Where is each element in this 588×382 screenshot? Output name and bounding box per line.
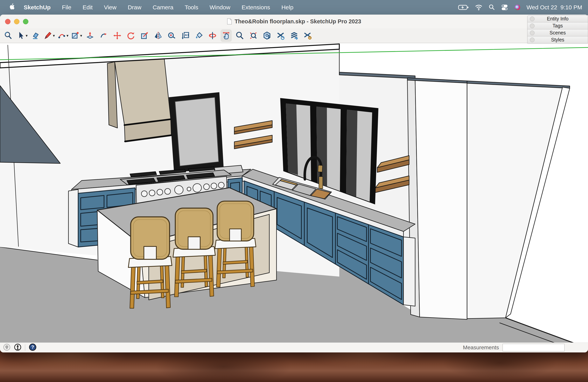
text-tool[interactable]	[180, 29, 191, 42]
status-bar: ? Measurements	[0, 342, 588, 352]
window-title: Theo&Robin floorplan.skp - SketchUp Pro …	[235, 18, 361, 25]
pantry-column	[407, 78, 467, 319]
pan-tool[interactable]	[221, 29, 232, 42]
rectangle-tool[interactable]: ▾	[71, 29, 82, 42]
sketchup-window: Theo&Robin floorplan.skp - SketchUp Pro …	[0, 15, 588, 352]
scale-tool[interactable]	[139, 29, 150, 42]
flip-tool[interactable]	[152, 29, 164, 42]
siri-icon[interactable]	[514, 4, 521, 11]
menu-item-camera[interactable]: Camera	[148, 4, 178, 11]
panel-styles[interactable]: Styles	[527, 36, 588, 43]
follow-me-tool[interactable]	[98, 29, 109, 42]
extension-a-icon	[262, 31, 272, 40]
battery-charging-icon[interactable]	[458, 4, 469, 10]
panel-tray: Entity Info Tags Scenes Styles	[527, 15, 588, 43]
dropdown-caret-icon[interactable]: ▾	[66, 33, 68, 38]
document-icon	[227, 18, 232, 25]
extension-d-icon	[303, 31, 312, 40]
extension-d-tool[interactable]	[302, 29, 314, 42]
measurements-label: Measurements	[463, 344, 499, 351]
paint-bucket-tool[interactable]	[193, 29, 205, 42]
follow-me-icon	[99, 31, 108, 40]
orbit-tool[interactable]	[207, 29, 218, 42]
scale-icon	[140, 31, 149, 40]
svg-text:?: ?	[31, 344, 34, 350]
menu-item-help[interactable]: Help	[277, 4, 298, 11]
menu-item-draw[interactable]: Draw	[124, 4, 146, 11]
menu-items: SketchUp File Edit View Draw Camera Tool…	[0, 3, 298, 11]
paint-bucket-icon	[194, 31, 203, 40]
line-tool[interactable]: ▾	[43, 29, 55, 42]
menu-bar-clock[interactable]: Wed Oct 22 9:10 PM	[526, 4, 582, 11]
line-icon	[43, 31, 53, 40]
wifi-icon[interactable]	[475, 4, 483, 11]
tape-measure-tool[interactable]	[166, 29, 177, 42]
search-tool[interactable]	[3, 29, 14, 42]
side-window	[169, 92, 224, 172]
status-divider	[25, 344, 25, 351]
help-icon[interactable]: ?	[29, 343, 37, 352]
pan-icon	[222, 31, 231, 40]
flip-icon	[154, 31, 163, 40]
apple-menu[interactable]	[7, 3, 17, 11]
title-bar: Theo&Robin floorplan.skp - SketchUp Pro …	[0, 15, 588, 28]
tape-measure-icon	[167, 31, 176, 40]
text-icon	[181, 31, 190, 40]
menu-item-window[interactable]: Window	[205, 4, 235, 11]
extension-a-tool[interactable]	[261, 29, 273, 42]
measurements-input[interactable]	[503, 344, 565, 351]
rectangle-icon	[71, 31, 80, 40]
menu-item-file[interactable]: File	[58, 4, 75, 11]
apple-logo-icon	[9, 3, 15, 10]
panel-entity-info[interactable]: Entity Info	[527, 15, 588, 22]
orbit-icon	[208, 31, 217, 40]
menu-item-edit[interactable]: Edit	[78, 4, 97, 11]
move-icon	[113, 31, 122, 40]
spotlight-search-icon[interactable]	[488, 4, 495, 11]
viewport-canvas[interactable]	[0, 43, 588, 343]
dropdown-caret-icon[interactable]: ▾	[53, 33, 55, 38]
eraser-icon	[31, 31, 40, 40]
zoom-extents-tool[interactable]	[248, 29, 259, 42]
rotate-icon	[126, 31, 135, 40]
right-wall	[467, 81, 570, 318]
arc-tool[interactable]: ▾	[57, 29, 68, 42]
control-center-icon[interactable]	[501, 4, 508, 11]
dropdown-caret-icon[interactable]: ▾	[80, 33, 82, 38]
push-pull-icon	[85, 31, 94, 40]
extension-b-tool[interactable]	[275, 29, 286, 42]
menu-item-view[interactable]: View	[100, 4, 121, 11]
zoom-icon	[235, 31, 244, 40]
menu-item-tools[interactable]: Tools	[180, 4, 203, 11]
extension-c-icon	[290, 31, 299, 40]
search-icon	[4, 31, 13, 40]
eraser-tool[interactable]	[30, 29, 41, 42]
select-icon	[16, 31, 25, 40]
zoom-extents-icon	[249, 31, 258, 40]
panel-tags[interactable]: Tags	[527, 22, 588, 29]
extension-c-tool[interactable]	[289, 29, 300, 42]
menu-item-sketchup[interactable]: SketchUp	[20, 4, 55, 11]
select-tool[interactable]: ▾	[16, 29, 28, 42]
arc-icon	[57, 31, 66, 40]
dropdown-caret-icon[interactable]: ▾	[26, 33, 28, 38]
accessibility-icon[interactable]	[14, 343, 21, 352]
move-tool[interactable]	[112, 29, 123, 42]
zoom-tool[interactable]	[234, 29, 245, 42]
rotate-tool[interactable]	[125, 29, 136, 42]
toolbar: ▾▾▾▾	[0, 28, 588, 43]
panel-scenes[interactable]: Scenes	[527, 29, 588, 36]
menu-bar: SketchUp File Edit View Draw Camera Tool…	[0, 0, 588, 15]
geolocation-icon[interactable]	[3, 343, 10, 352]
menu-item-extensions[interactable]: Extensions	[237, 4, 274, 11]
extension-b-icon	[276, 31, 285, 40]
push-pull-tool[interactable]	[84, 29, 96, 42]
